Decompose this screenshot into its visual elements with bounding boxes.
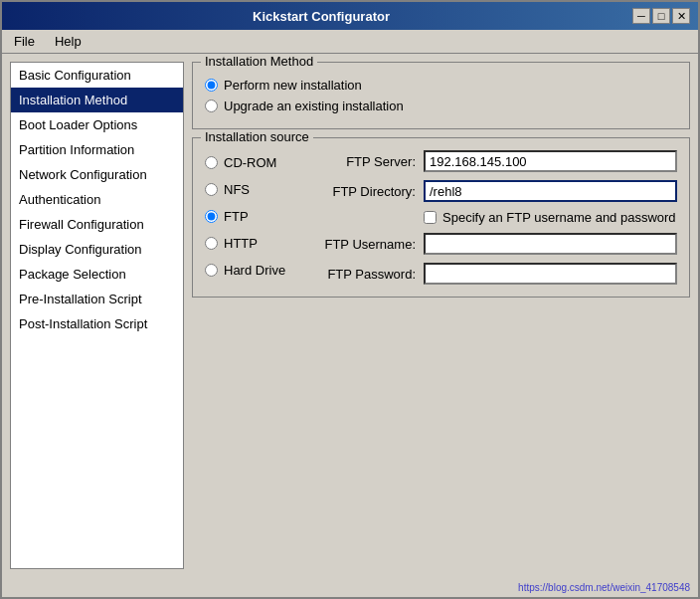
menu-file[interactable]: File [6, 32, 43, 51]
ftp-password-row: FTP Password: [316, 263, 677, 285]
radio-perform-new[interactable] [205, 79, 218, 92]
radio-row-harddrive: Hard Drive [205, 260, 304, 281]
installation-method-content: Perform new installation Upgrade an exis… [205, 75, 677, 116]
label-perform-new: Perform new installation [224, 78, 362, 93]
label-upgrade: Upgrade an existing installation [224, 99, 404, 113]
ftp-server-label: FTP Server: [316, 154, 416, 169]
sidebar-item-display-configuration[interactable]: Display Configuration [11, 237, 183, 262]
radio-nfs[interactable] [205, 183, 218, 196]
sidebar-item-authentication[interactable]: Authentication [11, 187, 183, 212]
main-window: Kickstart Configurator ─ □ ✕ File Help B… [0, 0, 700, 599]
right-panel: Installation Method Perform new installa… [192, 62, 690, 569]
radio-upgrade[interactable] [205, 100, 218, 112]
menu-help[interactable]: Help [47, 32, 89, 51]
specify-credentials-checkbox[interactable] [424, 211, 437, 224]
ftp-password-input[interactable] [424, 263, 677, 285]
window-controls: ─ □ ✕ [632, 8, 690, 24]
radio-cdrom[interactable] [205, 156, 218, 169]
ftp-username-label: FTP Username: [316, 237, 416, 252]
ftp-server-row: FTP Server: [316, 150, 677, 172]
label-nfs: NFS [224, 182, 250, 197]
sidebar-item-network-configuration[interactable]: Network Configuration [11, 162, 183, 187]
status-bar: https://blog.csdm.net/weixin_41708548 [2, 577, 698, 597]
installation-source-group: Installation source CD-ROM NFS [192, 137, 690, 298]
radio-row-upgrade: Upgrade an existing installation [205, 96, 677, 116]
main-content: Basic Configuration Installation Method … [2, 54, 698, 577]
ftp-username-row: FTP Username: [316, 233, 677, 255]
title-bar: Kickstart Configurator ─ □ ✕ [2, 2, 698, 30]
source-form: FTP Server: FTP Directory: Specify an FT… [316, 150, 677, 285]
sidebar: Basic Configuration Installation Method … [10, 62, 184, 569]
radio-row-nfs: NFS [205, 179, 304, 200]
radio-http[interactable] [205, 237, 218, 250]
ftp-directory-label: FTP Directory: [316, 184, 416, 199]
menu-bar: File Help [2, 30, 698, 54]
label-harddrive: Hard Drive [224, 263, 285, 278]
label-ftp: FTP [224, 209, 249, 224]
sidebar-item-post-installation-script[interactable]: Post-Installation Script [11, 311, 183, 336]
close-button[interactable]: ✕ [672, 8, 690, 24]
ftp-directory-input[interactable] [424, 180, 677, 202]
radio-row-http: HTTP [205, 233, 304, 254]
sidebar-item-firewall-configuration[interactable]: Firewall Configuration [11, 212, 183, 237]
sidebar-item-package-selection[interactable]: Package Selection [11, 262, 183, 287]
sidebar-item-pre-installation-script[interactable]: Pre-Installation Script [11, 287, 183, 311]
installation-method-title: Installation Method [201, 54, 317, 69]
installation-source-content: CD-ROM NFS FTP HTTP [205, 150, 677, 285]
installation-method-group: Installation Method Perform new installa… [192, 62, 690, 129]
sidebar-item-boot-loader-options[interactable]: Boot Loader Options [11, 112, 183, 137]
ftp-server-input[interactable] [424, 150, 677, 172]
radio-row-ftp: FTP [205, 206, 304, 227]
radio-ftp[interactable] [205, 210, 218, 223]
specify-credentials-row: Specify an FTP username and password [424, 210, 677, 225]
label-cdrom: CD-ROM [224, 155, 276, 170]
minimize-button[interactable]: ─ [632, 8, 650, 24]
sidebar-item-installation-method[interactable]: Installation Method [11, 88, 183, 112]
watermark-text: https://blog.csdm.net/weixin_41708548 [518, 582, 690, 593]
specify-credentials-label: Specify an FTP username and password [442, 210, 676, 225]
radio-row-cdrom: CD-ROM [205, 152, 304, 173]
radio-row-perform: Perform new installation [205, 75, 677, 96]
sidebar-item-partition-information[interactable]: Partition Information [11, 137, 183, 162]
maximize-button[interactable]: □ [652, 8, 670, 24]
ftp-username-input[interactable] [424, 233, 677, 255]
ftp-directory-row: FTP Directory: [316, 180, 677, 202]
sidebar-item-basic-configuration[interactable]: Basic Configuration [11, 63, 183, 88]
radio-harddrive[interactable] [205, 264, 218, 277]
source-radios: CD-ROM NFS FTP HTTP [205, 150, 304, 285]
window-title: Kickstart Configurator [10, 9, 632, 24]
ftp-password-label: FTP Password: [316, 267, 416, 282]
label-http: HTTP [224, 236, 258, 251]
installation-source-title: Installation source [201, 129, 313, 144]
